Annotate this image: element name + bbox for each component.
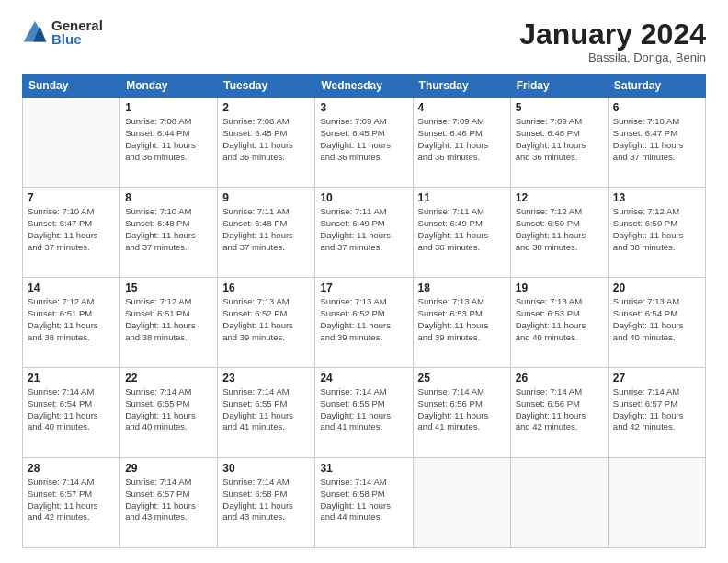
logo-blue: Blue: [51, 32, 103, 46]
day-info: Sunrise: 7:14 AM Sunset: 6:57 PM Dayligh…: [613, 386, 700, 433]
day-number: 19: [516, 282, 603, 294]
calendar-cell: 28Sunrise: 7:14 AM Sunset: 6:57 PM Dayli…: [23, 458, 120, 548]
calendar-cell: [23, 98, 120, 188]
day-number: 29: [125, 462, 212, 475]
day-info: Sunrise: 7:14 AM Sunset: 6:57 PM Dayligh…: [28, 477, 115, 523]
calendar-cell: 4Sunrise: 7:09 AM Sunset: 6:46 PM Daylig…: [413, 98, 510, 188]
day-number: 4: [418, 101, 506, 114]
calendar-cell: 31Sunrise: 7:14 AM Sunset: 6:58 PM Dayli…: [315, 458, 413, 548]
calendar-cell: 22Sunrise: 7:14 AM Sunset: 6:55 PM Dayli…: [120, 368, 218, 458]
calendar-cell: [608, 458, 705, 548]
day-number: 6: [613, 101, 700, 114]
calendar-cell: 23Sunrise: 7:14 AM Sunset: 6:55 PM Dayli…: [218, 368, 315, 458]
calendar-week-5: 28Sunrise: 7:14 AM Sunset: 6:57 PM Dayli…: [23, 458, 706, 548]
day-number: 16: [222, 282, 310, 294]
day-info: Sunrise: 7:10 AM Sunset: 6:47 PM Dayligh…: [28, 206, 115, 253]
day-number: 1: [125, 101, 212, 114]
calendar-cell: 18Sunrise: 7:13 AM Sunset: 6:53 PM Dayli…: [413, 278, 510, 368]
calendar-cell: 17Sunrise: 7:13 AM Sunset: 6:52 PM Dayli…: [315, 278, 413, 368]
calendar-cell: 26Sunrise: 7:14 AM Sunset: 6:56 PM Dayli…: [510, 368, 608, 458]
day-number: 22: [125, 372, 212, 385]
subtitle: Bassila, Donga, Benin: [519, 51, 706, 64]
calendar-cell: 20Sunrise: 7:13 AM Sunset: 6:54 PM Dayli…: [608, 278, 705, 368]
logo-general: General: [51, 18, 103, 32]
day-info: Sunrise: 7:14 AM Sunset: 6:55 PM Dayligh…: [222, 386, 310, 433]
day-info: Sunrise: 7:12 AM Sunset: 6:51 PM Dayligh…: [28, 296, 115, 343]
day-info: Sunrise: 7:13 AM Sunset: 6:53 PM Dayligh…: [516, 296, 603, 343]
header-row: Sunday Monday Tuesday Wednesday Thursday…: [23, 75, 706, 98]
day-info: Sunrise: 7:14 AM Sunset: 6:56 PM Dayligh…: [418, 386, 506, 433]
col-header-monday: Monday: [120, 75, 218, 98]
day-number: 17: [320, 282, 407, 294]
day-info: Sunrise: 7:12 AM Sunset: 6:51 PM Dayligh…: [125, 296, 212, 343]
calendar-cell: [413, 458, 510, 548]
day-info: Sunrise: 7:09 AM Sunset: 6:46 PM Dayligh…: [516, 116, 603, 163]
col-header-thursday: Thursday: [413, 75, 510, 98]
day-number: 14: [28, 282, 115, 294]
calendar-cell: 2Sunrise: 7:08 AM Sunset: 6:45 PM Daylig…: [218, 98, 315, 188]
day-info: Sunrise: 7:12 AM Sunset: 6:50 PM Dayligh…: [516, 206, 603, 253]
calendar-cell: 7Sunrise: 7:10 AM Sunset: 6:47 PM Daylig…: [23, 188, 120, 278]
calendar-cell: 14Sunrise: 7:12 AM Sunset: 6:51 PM Dayli…: [23, 278, 120, 368]
calendar-cell: 13Sunrise: 7:12 AM Sunset: 6:50 PM Dayli…: [608, 188, 705, 278]
day-number: 27: [613, 372, 700, 385]
day-number: 21: [28, 372, 115, 385]
calendar-cell: 27Sunrise: 7:14 AM Sunset: 6:57 PM Dayli…: [608, 368, 705, 458]
day-number: 11: [418, 191, 506, 204]
calendar-cell: 12Sunrise: 7:12 AM Sunset: 6:50 PM Dayli…: [510, 188, 608, 278]
day-number: 24: [320, 372, 407, 385]
day-number: 31: [320, 462, 407, 475]
calendar-cell: 6Sunrise: 7:10 AM Sunset: 6:47 PM Daylig…: [608, 98, 705, 188]
calendar-cell: 30Sunrise: 7:14 AM Sunset: 6:58 PM Dayli…: [218, 458, 315, 548]
day-info: Sunrise: 7:14 AM Sunset: 6:55 PM Dayligh…: [125, 386, 212, 433]
day-info: Sunrise: 7:08 AM Sunset: 6:45 PM Dayligh…: [222, 116, 310, 163]
calendar-cell: 15Sunrise: 7:12 AM Sunset: 6:51 PM Dayli…: [120, 278, 218, 368]
col-header-sunday: Sunday: [23, 75, 120, 98]
calendar-cell: 21Sunrise: 7:14 AM Sunset: 6:54 PM Dayli…: [23, 368, 120, 458]
day-number: 9: [222, 191, 310, 204]
day-number: 7: [28, 191, 115, 204]
calendar-cell: [510, 458, 608, 548]
page: General Blue January 2024 Bassila, Donga…: [0, 0, 728, 563]
day-number: 10: [320, 191, 407, 204]
day-info: Sunrise: 7:14 AM Sunset: 6:58 PM Dayligh…: [222, 477, 310, 523]
day-number: 5: [516, 101, 603, 114]
day-info: Sunrise: 7:11 AM Sunset: 6:49 PM Dayligh…: [418, 206, 506, 253]
logo-icon: [22, 19, 48, 45]
calendar-week-2: 7Sunrise: 7:10 AM Sunset: 6:47 PM Daylig…: [23, 188, 706, 278]
day-info: Sunrise: 7:13 AM Sunset: 6:53 PM Dayligh…: [418, 296, 506, 343]
day-info: Sunrise: 7:09 AM Sunset: 6:46 PM Dayligh…: [418, 116, 506, 163]
calendar-table: Sunday Monday Tuesday Wednesday Thursday…: [22, 74, 706, 548]
col-header-saturday: Saturday: [608, 75, 705, 98]
calendar-cell: 16Sunrise: 7:13 AM Sunset: 6:52 PM Dayli…: [218, 278, 315, 368]
day-number: 28: [28, 462, 115, 475]
calendar-cell: 11Sunrise: 7:11 AM Sunset: 6:49 PM Dayli…: [413, 188, 510, 278]
day-info: Sunrise: 7:13 AM Sunset: 6:52 PM Dayligh…: [222, 296, 310, 343]
calendar-cell: 8Sunrise: 7:10 AM Sunset: 6:48 PM Daylig…: [120, 188, 218, 278]
day-info: Sunrise: 7:11 AM Sunset: 6:48 PM Dayligh…: [222, 206, 310, 253]
day-number: 25: [418, 372, 506, 385]
col-header-tuesday: Tuesday: [218, 75, 315, 98]
day-number: 30: [222, 462, 310, 475]
col-header-friday: Friday: [510, 75, 608, 98]
col-header-wednesday: Wednesday: [315, 75, 413, 98]
day-info: Sunrise: 7:14 AM Sunset: 6:56 PM Dayligh…: [516, 386, 603, 433]
calendar-cell: 1Sunrise: 7:08 AM Sunset: 6:44 PM Daylig…: [120, 98, 218, 188]
day-info: Sunrise: 7:12 AM Sunset: 6:50 PM Dayligh…: [613, 206, 700, 253]
day-number: 12: [516, 191, 603, 204]
calendar-week-4: 21Sunrise: 7:14 AM Sunset: 6:54 PM Dayli…: [23, 368, 706, 458]
day-info: Sunrise: 7:14 AM Sunset: 6:55 PM Dayligh…: [320, 386, 407, 433]
day-number: 20: [613, 282, 700, 294]
calendar-week-3: 14Sunrise: 7:12 AM Sunset: 6:51 PM Dayli…: [23, 278, 706, 368]
day-number: 15: [125, 282, 212, 294]
calendar-cell: 3Sunrise: 7:09 AM Sunset: 6:45 PM Daylig…: [315, 98, 413, 188]
day-info: Sunrise: 7:11 AM Sunset: 6:49 PM Dayligh…: [320, 206, 407, 253]
calendar-cell: 9Sunrise: 7:11 AM Sunset: 6:48 PM Daylig…: [218, 188, 315, 278]
calendar-cell: 5Sunrise: 7:09 AM Sunset: 6:46 PM Daylig…: [510, 98, 608, 188]
day-info: Sunrise: 7:10 AM Sunset: 6:47 PM Dayligh…: [613, 116, 700, 163]
day-number: 2: [222, 101, 310, 114]
day-info: Sunrise: 7:09 AM Sunset: 6:45 PM Dayligh…: [320, 116, 407, 163]
calendar-cell: 19Sunrise: 7:13 AM Sunset: 6:53 PM Dayli…: [510, 278, 608, 368]
day-info: Sunrise: 7:14 AM Sunset: 6:57 PM Dayligh…: [125, 477, 212, 523]
day-info: Sunrise: 7:14 AM Sunset: 6:58 PM Dayligh…: [320, 477, 407, 523]
